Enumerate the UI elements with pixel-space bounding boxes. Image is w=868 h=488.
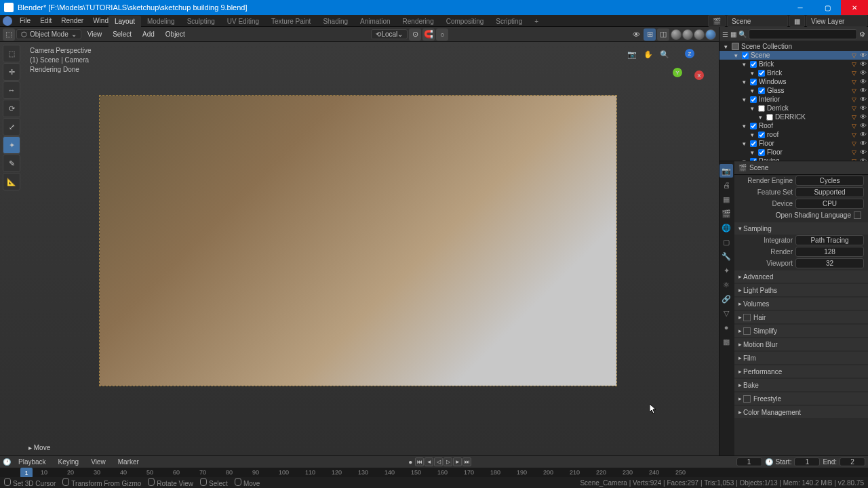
shading-mode[interactable] <box>671 29 716 40</box>
tab-compositing[interactable]: Compositing <box>440 16 490 27</box>
frame-start[interactable]: 1 <box>794 458 820 466</box>
axis-x[interactable]: X <box>694 70 704 80</box>
shading-solid[interactable] <box>682 29 693 40</box>
blender-logo[interactable] <box>3 16 12 26</box>
zoom-icon[interactable]: 🔍 <box>659 49 670 60</box>
clock-icon[interactable]: 🕐 <box>765 458 773 466</box>
menu-render[interactable]: Render <box>56 17 88 24</box>
section-bake[interactable]: Bake <box>734 379 868 391</box>
tl-marker[interactable]: Marker <box>113 458 144 466</box>
prop-tab-object[interactable]: ▢ <box>719 235 733 249</box>
minimize-button[interactable]: ─ <box>787 0 814 15</box>
play-fwd[interactable]: ▷ <box>443 458 452 466</box>
timeline-ruler[interactable]: 1 10203040506070809010011012013014015016… <box>0 468 868 478</box>
xray-icon[interactable]: ◫ <box>657 28 669 41</box>
visibility-icon[interactable]: 👁 <box>860 140 868 147</box>
shading-wireframe[interactable] <box>671 29 682 40</box>
visibility-icon[interactable]: 👁 <box>860 148 868 156</box>
tree-row[interactable]: ▾Roof▽👁 <box>719 121 868 130</box>
timeline-type-icon[interactable]: 🕐 <box>3 458 11 466</box>
tree-row[interactable]: ▾Brick▽👁 <box>719 68 868 77</box>
collection-checkbox[interactable] <box>750 140 757 147</box>
collection-checkbox[interactable] <box>758 70 765 77</box>
outliner-filter-icon[interactable]: ⚙ <box>859 30 865 38</box>
vp-menu-view[interactable]: View <box>83 30 107 38</box>
tab-shading[interactable]: Shading <box>317 16 354 27</box>
shading-lookdev[interactable] <box>694 29 705 40</box>
prop-tab-output[interactable]: 🖨 <box>719 178 733 192</box>
tool-scale[interactable]: ⤢ <box>3 118 20 136</box>
tree-row[interactable]: ▾Windows▽👁 <box>719 77 868 86</box>
outliner-display-icon[interactable]: ▦ <box>730 30 736 38</box>
tool-transform[interactable]: ✦ <box>3 136 20 154</box>
tab-sculpting[interactable]: Sculpting <box>181 16 221 27</box>
overlays-icon[interactable]: ⊞ <box>644 28 656 41</box>
jump-start[interactable]: ⏮ <box>415 458 424 466</box>
jump-end[interactable]: ⏭ <box>462 458 471 466</box>
camera-icon[interactable]: 📷 <box>627 49 637 60</box>
shading-rendered[interactable] <box>705 29 716 40</box>
visibility-icon[interactable]: 👁 <box>860 104 868 112</box>
tool-move[interactable]: ↔ <box>3 81 20 99</box>
collection-checkbox[interactable] <box>742 52 749 59</box>
outliner-type-icon[interactable]: ☰ <box>722 30 728 38</box>
visibility-icon[interactable]: 👁 <box>860 69 868 77</box>
section-checkbox[interactable] <box>743 314 751 321</box>
orientation-select[interactable]: ⟲ Local ⌄ <box>371 29 408 39</box>
viewport-samples-field[interactable]: 32 <box>795 258 864 268</box>
section-film[interactable]: Film <box>734 352 868 364</box>
section-checkbox[interactable] <box>743 395 751 403</box>
feature-set-select[interactable]: Supported <box>795 187 864 197</box>
visibility-icon[interactable]: 👁 <box>860 87 868 94</box>
axis-z[interactable]: Z <box>685 49 694 58</box>
section-motion-blur[interactable]: Motion Blur <box>734 338 868 350</box>
tool-measure[interactable]: 📐 <box>3 173 20 190</box>
frame-current[interactable]: 1 <box>736 458 762 466</box>
tab-uv[interactable]: UV Editing <box>221 16 265 27</box>
visibility-icon[interactable]: 👁 <box>860 113 868 121</box>
prop-tab-constraint[interactable]: 🔗 <box>719 292 733 306</box>
pivot-icon[interactable]: ⊙ <box>409 28 421 41</box>
prop-tab-modifier[interactable]: 🔧 <box>719 249 733 263</box>
tree-row[interactable]: ▾Brick▽👁 <box>719 60 868 68</box>
tl-keying[interactable]: Keying <box>54 458 84 466</box>
section-volumes[interactable]: Volumes <box>734 298 868 310</box>
collection-checkbox[interactable] <box>750 61 757 68</box>
tab-scripting[interactable]: Scripting <box>490 16 528 27</box>
tool-cursor[interactable]: ✛ <box>3 63 20 81</box>
section-simplify[interactable]: Simplify <box>734 325 868 337</box>
collection-checkbox[interactable] <box>758 131 765 138</box>
section-advanced[interactable]: Advanced <box>734 270 868 283</box>
outliner-search[interactable] <box>749 29 857 39</box>
render-samples-field[interactable]: 128 <box>795 247 864 257</box>
editor-type-icon[interactable]: ⬚ <box>3 28 15 41</box>
collection-checkbox[interactable] <box>758 87 765 94</box>
menu-edit[interactable]: Edit <box>35 17 56 24</box>
tab-modeling[interactable]: Modeling <box>141 16 181 27</box>
timeline-cursor[interactable]: 1 <box>20 468 33 478</box>
vp-menu-select[interactable]: Select <box>108 30 136 38</box>
tl-playback[interactable]: Playback <box>14 458 51 466</box>
tree-row[interactable]: ▾roof▽👁 <box>719 130 868 139</box>
collection-checkbox[interactable] <box>766 114 773 121</box>
tree-row[interactable]: ▾DERRICK▽👁 <box>719 113 868 121</box>
visibility-icon[interactable]: 👁 <box>860 122 868 129</box>
frame-end[interactable]: 2 <box>840 458 865 466</box>
prop-tab-world[interactable]: 🌐 <box>719 221 733 235</box>
collection-checkbox[interactable] <box>758 105 765 112</box>
nav-gizmo[interactable]: Z Y X <box>673 49 707 83</box>
collection-checkbox[interactable] <box>750 96 757 103</box>
section-color-management[interactable]: Color Management <box>734 406 868 418</box>
gizmo-visibility-icon[interactable]: 👁 <box>630 28 642 41</box>
tl-view[interactable]: View <box>86 458 111 466</box>
interaction-mode[interactable]: ⬡Object Mode⌄ <box>16 29 81 39</box>
tab-animation[interactable]: Animation <box>354 16 396 27</box>
tree-root[interactable]: ▾Scene Collection <box>719 42 868 51</box>
menu-file[interactable]: File <box>15 17 35 24</box>
axis-y[interactable]: Y <box>673 68 682 77</box>
prop-tab-scene[interactable]: 🎬 <box>719 207 733 220</box>
tab-new[interactable]: + <box>528 16 545 27</box>
tool-annotate[interactable]: ✎ <box>3 155 20 172</box>
section-checkbox[interactable] <box>743 327 751 335</box>
prop-tab-material[interactable]: ● <box>719 321 733 334</box>
